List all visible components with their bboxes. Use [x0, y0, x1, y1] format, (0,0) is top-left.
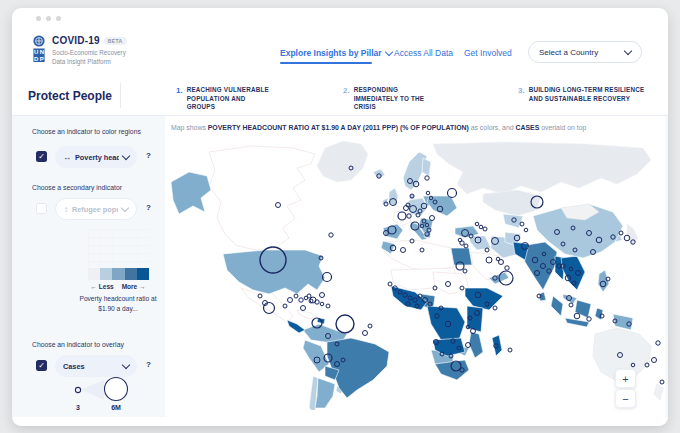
chevron-down-icon: [624, 47, 632, 55]
horizontal-arrows-icon: ↔: [63, 153, 71, 162]
overlay-indicator-checkbox[interactable]: ✓: [36, 360, 47, 371]
case-bubble[interactable]: [483, 227, 487, 231]
help-icon[interactable]: ?: [146, 151, 151, 160]
top-nav: Explore Insights by Pillar Access All Da…: [12, 48, 668, 72]
case-bubble[interactable]: [587, 317, 591, 321]
case-bubble[interactable]: [464, 244, 468, 248]
nav-explore-insights[interactable]: Explore Insights by Pillar: [280, 48, 392, 58]
case-bubble[interactable]: [425, 176, 429, 180]
legend-caption: Poverty headcount ratio at $1.90 a day..…: [72, 294, 164, 314]
chevron-down-icon: [384, 48, 392, 56]
chevron-down-icon: [121, 204, 129, 212]
nav-access-all-data[interactable]: Access All Data: [394, 48, 453, 58]
case-bubble[interactable]: [299, 298, 303, 302]
pillar-2[interactable]: 2. RESPONDING IMMEDIATELY TO THE CRISIS: [343, 83, 442, 112]
help-icon[interactable]: ?: [146, 203, 151, 212]
overlay-indicator-label: Choose an indicator to overlay: [32, 341, 124, 348]
bubble-size-legend: 3 6M: [62, 372, 146, 416]
chevron-down-icon: [122, 152, 130, 160]
case-bubble[interactable]: [493, 306, 497, 310]
zoom-out-button[interactable]: −: [615, 389, 636, 408]
case-bubble[interactable]: [508, 348, 512, 352]
main-content: Choose an indicator to color regions ✓ ↔…: [12, 116, 668, 417]
case-bubble[interactable]: [569, 303, 573, 307]
country-shape: [297, 310, 317, 319]
case-bubble[interactable]: [336, 315, 354, 333]
case-bubble[interactable]: [320, 293, 325, 298]
legend-less-more: ← Less More →: [76, 283, 160, 290]
country-shape: [433, 272, 469, 294]
window-dot[interactable]: [56, 16, 61, 21]
pillar-1[interactable]: 1. REACHING VULNERABLE POPULATION AND GR…: [176, 83, 275, 112]
help-icon[interactable]: ?: [146, 360, 151, 369]
color-indicator-checkbox[interactable]: ✓: [36, 151, 47, 162]
case-bubble[interactable]: [426, 191, 430, 195]
case-bubble[interactable]: [288, 298, 293, 303]
divider: [120, 83, 121, 108]
map-panel: Map shows POVERTY HEADCOUNT RATIO AT $1.…: [165, 116, 666, 417]
secondary-indicator-dropdown[interactable]: ↕ Refugee populat...: [55, 198, 137, 220]
country-shape: [654, 384, 663, 400]
app-window: U N D P COVID-19 BETA Socio-Economic Rec…: [12, 8, 668, 426]
legend-histogram: [88, 229, 149, 268]
case-bubble[interactable]: [301, 306, 306, 311]
zoom-in-button[interactable]: +: [615, 369, 636, 388]
bubble-max-label: 6M: [111, 404, 121, 411]
map-controls-sidebar: Choose an indicator to color regions ✓ ↔…: [20, 116, 160, 417]
active-nav-underline: [280, 62, 372, 64]
country-shape: [627, 224, 638, 246]
case-bubble[interactable]: [656, 341, 660, 345]
bubble-min-label: 3: [76, 404, 80, 411]
legend-more-label: More: [122, 283, 138, 290]
beta-badge: BETA: [104, 37, 127, 45]
case-bubble[interactable]: [505, 266, 509, 270]
case-bubble[interactable]: [660, 380, 664, 384]
color-indicator-dropdown[interactable]: ↔ Poverty headcou...: [55, 146, 137, 168]
case-bubble[interactable]: [463, 269, 467, 273]
case-bubble[interactable]: [363, 331, 368, 336]
case-bubble[interactable]: [294, 294, 298, 298]
case-bubble[interactable]: [652, 358, 657, 363]
map-zoom-controls: + −: [615, 369, 637, 408]
map-title: Map shows POVERTY HEADCOUNT RATIO AT $1.…: [171, 124, 586, 131]
case-bubble[interactable]: [307, 294, 311, 298]
page-title: Protect People: [28, 76, 112, 115]
case-bubble[interactable]: [388, 282, 392, 286]
right-arrow-icon: →: [139, 283, 146, 290]
case-bubble[interactable]: [524, 228, 528, 232]
country-shape: [209, 146, 315, 250]
case-bubble[interactable]: [448, 189, 457, 198]
legend-color-ramp: [88, 268, 149, 280]
country-shape: [483, 190, 541, 216]
pillar-3[interactable]: 3. BUILDING LONG-TERM RESILIENCE AND SUS…: [518, 83, 653, 103]
left-arrow-icon: ←: [91, 283, 98, 290]
window-dot[interactable]: [36, 16, 41, 21]
color-indicator-label: Choose an indicator to color regions: [32, 128, 141, 135]
secondary-indicator-label: Choose a secondary indicator: [32, 184, 122, 191]
case-bubble[interactable]: [368, 324, 372, 328]
case-bubble[interactable]: [479, 225, 483, 229]
case-bubble[interactable]: [320, 302, 324, 306]
app-title: COVID-19: [52, 35, 100, 46]
case-bubble[interactable]: [574, 313, 580, 319]
select-country-dropdown[interactable]: Select a Country: [528, 41, 642, 63]
country-shape: [317, 141, 368, 182]
chevron-down-icon: [122, 361, 130, 369]
case-bubble[interactable]: [326, 304, 330, 308]
world-choropleth-map[interactable]: [165, 138, 668, 410]
pillar-bar: Protect People 1. REACHING VULNERABLE PO…: [12, 76, 668, 116]
country-shape: [433, 142, 651, 194]
nav-get-involved[interactable]: Get Involved: [464, 48, 512, 58]
vertical-arrows-icon: ↕: [64, 205, 68, 214]
legend-less-label: Less: [99, 283, 114, 290]
window-dot[interactable]: [46, 16, 51, 21]
secondary-indicator-checkbox[interactable]: [36, 203, 47, 214]
window-controls: [36, 16, 61, 21]
case-bubble[interactable]: [329, 233, 333, 237]
case-bubble[interactable]: [475, 222, 479, 226]
